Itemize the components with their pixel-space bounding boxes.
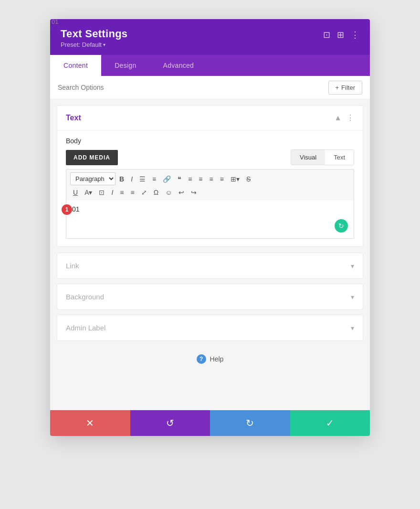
help-label[interactable]: Help [210, 355, 224, 363]
body-label: Body [66, 130, 354, 149]
spinner-icon: ↻ [338, 222, 344, 230]
filter-label: Filter [341, 84, 355, 91]
underline-button[interactable]: U [70, 187, 81, 198]
add-media-button[interactable]: ADD MEDIA [66, 150, 118, 165]
link-section: Link ▾ [57, 253, 363, 279]
search-bar: + Filter [50, 76, 370, 99]
text-section-header: Text ▲ ⋮ [57, 106, 363, 130]
redo-button[interactable]: ↻ [210, 410, 290, 436]
green-circle[interactable]: ↻ [335, 219, 348, 233]
background-section: Background ▾ [57, 284, 363, 310]
text-tab-button[interactable]: Text [325, 150, 354, 165]
tab-content[interactable]: Content [50, 55, 101, 76]
link-section-title: Link [66, 262, 79, 270]
preset-label: Preset: Default [61, 41, 102, 48]
paragraph-select[interactable]: Paragraph [70, 172, 116, 185]
italic-button[interactable]: I [128, 174, 136, 184]
editor-toolbar: Paragraph B I ☰ ≡ 🔗 ❝ ≡ ≡ ≡ ≡ ⊞▾ S [66, 169, 354, 201]
indent-button[interactable]: ≡ [128, 187, 137, 198]
tab-advanced[interactable]: Advanced [150, 55, 208, 76]
more-icon[interactable]: ⋮ [351, 30, 359, 40]
justify-button[interactable]: ≡ [217, 174, 227, 184]
text-section: Text ▲ ⋮ Body ADD MEDIA Visual Text [57, 105, 363, 247]
modal-header: Text Settings Preset: Default ▾ ⊡ ⊞ ⋮ [50, 19, 370, 55]
blockquote-button[interactable]: ❝ [175, 174, 184, 184]
redo-editor-button[interactable]: ↪ [188, 187, 200, 198]
modal-body: + Filter Text ▲ ⋮ Body ADD MEDIA Visual [50, 76, 370, 410]
link-button[interactable]: 🔗 [160, 174, 174, 184]
help-section: ? Help [50, 341, 370, 383]
preset-arrow-icon: ▾ [103, 42, 105, 47]
paste-button[interactable]: ⊡ [96, 187, 107, 198]
tabs-bar: Content Design Advanced [50, 55, 370, 76]
emoji-button[interactable]: ☺ [162, 187, 175, 198]
italic2-button[interactable]: I [108, 187, 116, 198]
search-input[interactable] [58, 76, 328, 99]
visual-tab-button[interactable]: Visual [291, 150, 325, 165]
ordered-list-button[interactable]: ≡ [149, 174, 159, 184]
strikethrough-button[interactable]: S [243, 174, 253, 184]
table-button[interactable]: ⊞▾ [228, 174, 242, 184]
help-icon: ? [197, 354, 206, 364]
columns-icon[interactable]: ⊞ [337, 30, 344, 40]
filter-plus-icon: + [336, 84, 339, 91]
unordered-list-button[interactable]: ☰ [136, 174, 148, 184]
confirm-button[interactable]: ✓ [290, 410, 370, 436]
badge-1: 1 [62, 204, 72, 215]
admin-label-section-header[interactable]: Admin Label ▾ [57, 315, 363, 340]
text-section-menu-icon[interactable]: ⋮ [346, 113, 354, 122]
background-chevron-down-icon: ▾ [351, 293, 354, 301]
align-right-button[interactable]: ≡ [207, 174, 216, 184]
expand-icon[interactable]: ⊡ [323, 30, 330, 40]
editor-text: 01 [72, 205, 348, 213]
align-left-button[interactable]: ≡ [185, 174, 195, 184]
undo-button[interactable]: ↺ [130, 410, 210, 436]
filter-button[interactable]: + Filter [328, 81, 362, 95]
special-char-button[interactable]: Ω [151, 187, 161, 198]
admin-label-section: Admin Label ▾ [57, 315, 363, 341]
background-section-title: Background [66, 293, 104, 301]
bold-button[interactable]: B [116, 174, 127, 184]
modal-preset[interactable]: Preset: Default ▾ [61, 41, 127, 48]
text-section-chevron-up-icon[interactable]: ▲ [334, 114, 342, 122]
page-number: 01 [52, 18, 58, 25]
admin-label-section-title: Admin Label [66, 324, 105, 332]
outdent-button[interactable]: ≡ [117, 187, 126, 198]
admin-label-chevron-down-icon: ▾ [351, 324, 354, 332]
text-section-body: Body ADD MEDIA Visual Text Paragraph [57, 130, 363, 246]
tab-design[interactable]: Design [101, 55, 149, 76]
background-section-header[interactable]: Background ▾ [57, 284, 363, 309]
font-color-button[interactable]: A▾ [82, 187, 95, 198]
text-section-title: Text [66, 114, 81, 122]
undo-editor-button[interactable]: ↩ [176, 187, 187, 198]
link-section-header[interactable]: Link ▾ [57, 253, 363, 278]
modal: Text Settings Preset: Default ▾ ⊡ ⊞ ⋮ Co… [50, 19, 370, 436]
visual-text-toggle: Visual Text [291, 149, 354, 165]
align-center-button[interactable]: ≡ [196, 174, 205, 184]
modal-footer: ✕ ↺ ↻ ✓ [50, 410, 370, 436]
modal-title: Text Settings [61, 28, 127, 40]
link-chevron-down-icon: ▾ [351, 262, 354, 270]
editor-content[interactable]: 1 01 ↻ [66, 201, 354, 239]
fullscreen-button[interactable]: ⤢ [138, 187, 150, 198]
cancel-button[interactable]: ✕ [50, 410, 130, 436]
